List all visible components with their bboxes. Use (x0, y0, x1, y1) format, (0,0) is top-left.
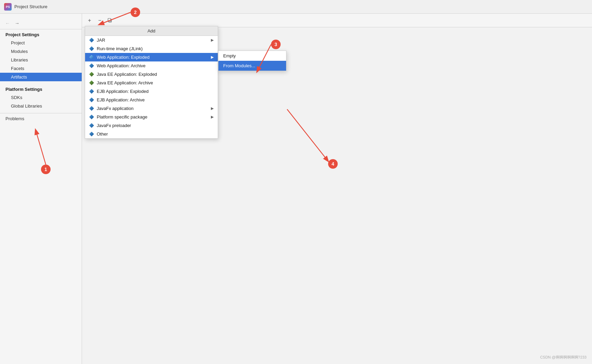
platform-package-label: Platform specific package (97, 114, 147, 120)
other-label: Other (97, 131, 108, 137)
watermark: CSDN @啊啊啊啊啊啊?233 (540, 355, 587, 360)
javafx-app-arrow: ▶ (211, 106, 214, 111)
add-button[interactable]: + (85, 16, 94, 25)
toolbar: + − (82, 14, 592, 27)
nav-forward-button[interactable]: → (13, 19, 21, 27)
svg-rect-1 (108, 18, 111, 22)
javaee-archive-icon (89, 81, 94, 85)
javafx-app-label: JavaFx application (97, 106, 134, 111)
runtime-icon (89, 46, 94, 51)
add-dropdown-menu: Add JAR ▶ Run-time image (JLink) Web App… (85, 26, 218, 139)
annotation-3: 3 (271, 40, 281, 49)
menu-item-javaee-exploded[interactable]: Java EE Application: Exploded (85, 70, 218, 79)
jar-arrow: ▶ (211, 38, 214, 42)
sidebar-item-facets[interactable]: Facets (0, 64, 82, 73)
dropdown-header: Add (85, 26, 218, 36)
menu-item-other[interactable]: Other (85, 130, 218, 138)
ejb-exploded-icon (89, 89, 94, 94)
platform-package-icon (89, 115, 94, 120)
window-title: Project Structure (14, 4, 48, 9)
sidebar-item-project[interactable]: Project (0, 39, 82, 47)
ejb-exploded-label: EJB Application: Exploded (97, 89, 149, 94)
menu-item-runtime-image[interactable]: Run-time image (JLink) (85, 44, 218, 53)
javaee-archive-label: Java EE Application: Archive (97, 80, 153, 85)
jar-icon (89, 38, 94, 43)
menu-item-javaee-archive[interactable]: Java EE Application: Archive (85, 79, 218, 87)
sub-menu-item-empty[interactable]: Empty (218, 51, 286, 61)
ejb-archive-label: EJB Application: Archive (97, 97, 145, 102)
copy-button[interactable] (105, 16, 115, 25)
menu-item-javafx-preloader[interactable]: JavaFx preloader (85, 121, 218, 130)
web-exploded-label: Web Application: Exploded (97, 55, 149, 60)
javaee-exploded-label: Java EE Application: Exploded (97, 72, 157, 77)
sidebar-item-sdks[interactable]: SDKs (0, 93, 82, 102)
project-settings-header: Project Settings (0, 29, 82, 39)
jar-label: JAR (97, 38, 105, 43)
sidebar-item-modules[interactable]: Modules (0, 47, 82, 56)
platform-package-arrow: ▶ (211, 115, 214, 119)
other-icon (89, 132, 94, 137)
sub-menu-item-from-modules[interactable]: From Modules... (218, 61, 286, 71)
web-exploded-arrow: ▶ (211, 55, 214, 59)
menu-item-platform-package[interactable]: Platform specific package ▶ (85, 113, 218, 121)
menu-item-web-archive[interactable]: Web Application: Archive (85, 61, 218, 70)
annotation-4: 4 (328, 159, 338, 169)
sidebar-item-libraries[interactable]: Libraries (0, 56, 82, 64)
sidebar-item-problems[interactable]: Problems (0, 113, 82, 124)
nav-bar: ← → (0, 17, 82, 29)
javafx-preloader-label: JavaFx preloader (97, 123, 131, 128)
nav-back-button[interactable]: ← (3, 19, 12, 27)
menu-item-jar[interactable]: JAR ▶ (85, 36, 218, 44)
title-bar: PS Project Structure (0, 0, 592, 14)
ejb-archive-icon (89, 98, 94, 102)
menu-item-javafx-app[interactable]: JavaFx application ▶ (85, 104, 218, 113)
javafx-app-icon (89, 106, 94, 111)
sidebar-item-global-libraries[interactable]: Global Libraries (0, 102, 82, 110)
remove-button[interactable]: − (95, 16, 105, 25)
sub-menu: Empty From Modules... (218, 51, 286, 71)
sidebar: ← → Project Settings Project Modules Lib… (0, 14, 82, 364)
menu-item-ejb-exploded[interactable]: EJB Application: Exploded (85, 87, 218, 96)
annotation-2: 2 (131, 8, 140, 17)
menu-item-web-exploded[interactable]: Web Application: Exploded ▶ (85, 53, 218, 61)
web-exploded-icon (89, 55, 94, 60)
annotation-1: 1 (41, 165, 51, 174)
app-icon: PS (4, 3, 12, 11)
javafx-preloader-icon (89, 123, 94, 128)
web-archive-icon (89, 64, 94, 68)
javaee-exploded-icon (89, 72, 94, 77)
runtime-label: Run-time image (JLink) (97, 46, 143, 51)
menu-item-ejb-archive[interactable]: EJB Application: Archive (85, 96, 218, 104)
platform-settings-header: Platform Settings (0, 84, 82, 93)
sidebar-item-artifacts[interactable]: Artifacts (0, 73, 82, 81)
web-archive-label: Web Application: Archive (97, 63, 146, 68)
